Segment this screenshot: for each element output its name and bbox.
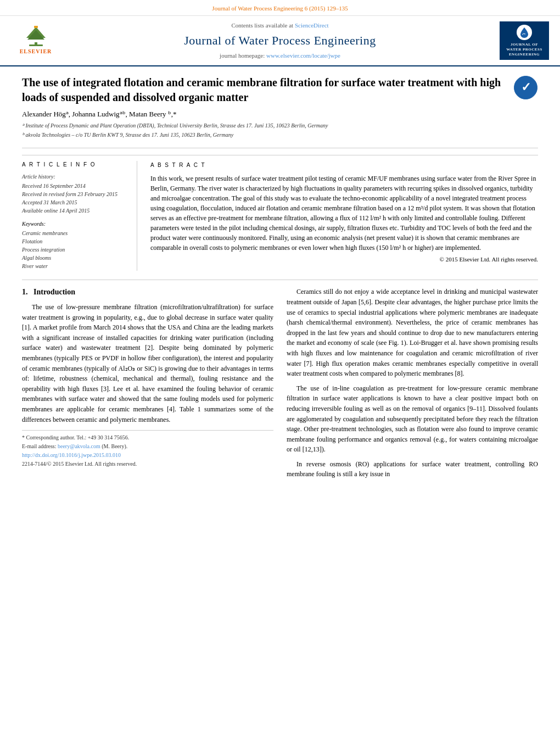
email-link[interactable]: beery@akvola.com	[58, 443, 100, 449]
affiliation-b: ᵇ akvola Technologies – c/o TU Berlin KW…	[22, 131, 507, 139]
intro-title: Introduction	[33, 288, 75, 296]
authors: Alexander Högᵃ, Johanna Ludwigᵃᵇ, Matan …	[22, 109, 507, 119]
sciencedirect-link[interactable]: ScienceDirect	[295, 22, 329, 29]
footnote-area: * Corresponding author. Tel.: +49 30 314…	[22, 430, 273, 468]
intro-number: 1.	[22, 288, 28, 296]
logo-text: JOURNAL OFWATER PROCESSENGINEERING	[506, 42, 542, 57]
keyword-4: Algal blooms	[22, 254, 128, 262]
keyword-2: Flotation	[22, 238, 128, 246]
journal-logo-icon	[517, 25, 532, 40]
email-label: E-mail address:	[22, 443, 56, 449]
crossmark-icon: ✓	[513, 75, 538, 100]
keywords-list: Ceramic membranes Flotation Process inte…	[22, 230, 128, 270]
abstract-text: In this work, we present results of surf…	[150, 174, 538, 253]
intro-para-4: In reverse osmosis (RO) applications for…	[287, 459, 538, 479]
contents-line: Contents lists available at ScienceDirec…	[60, 21, 500, 30]
article-info-heading: A R T I C L E I N F O	[22, 161, 128, 169]
keywords-heading: Keywords:	[22, 220, 128, 228]
body-right-col: Ceramics still do not enjoy a wide accep…	[287, 287, 538, 484]
affiliation-a: ᵃ Institute of Process Dynamic and Plant…	[22, 121, 507, 130]
article-title-text: The use of integrated flotation and cera…	[22, 75, 507, 143]
intro-para-1: The use of low-pressure membrane filtrat…	[22, 302, 273, 425]
water-drop-icon	[518, 26, 530, 38]
elsevier-label: ELSEVIER	[20, 48, 52, 55]
top-bar: Journal of Water Process Engineering 6 (…	[0, 0, 560, 16]
article-info-col: A R T I C L E I N F O Article history: R…	[22, 161, 137, 271]
article-title: The use of integrated flotation and cera…	[22, 75, 507, 105]
revised-date: Received in revised form 23 February 201…	[22, 191, 128, 198]
body-left-col: 1. Introduction The use of low-pressure …	[22, 287, 273, 484]
journal-homepage: journal homepage: www.elsevier.com/locat…	[60, 52, 500, 60]
article-title-section: The use of integrated flotation and cera…	[22, 75, 538, 148]
available-date: Available online 14 April 2015	[22, 207, 128, 215]
accepted-date: Accepted 31 March 2015	[22, 199, 128, 207]
article-info-abstract: A R T I C L E I N F O Article history: R…	[22, 155, 538, 271]
keyword-1: Ceramic membranes	[22, 230, 128, 237]
doi-link: http://dx.doi.org/10.1016/j.jwpe.2015.03…	[22, 451, 273, 459]
copyright: © 2015 Elsevier Ltd. All rights reserved…	[150, 255, 538, 264]
article-history: Article history: Received 16 September 2…	[22, 173, 128, 215]
abstract-col: A B S T R A C T In this work, we present…	[150, 161, 538, 271]
svg-text:✓: ✓	[521, 80, 531, 94]
intro-heading: 1. Introduction	[22, 287, 273, 298]
affiliations: ᵃ Institute of Process Dynamic and Plant…	[22, 121, 507, 139]
keyword-3: Process integration	[22, 246, 128, 254]
crossmark-logo[interactable]: ✓	[513, 75, 538, 100]
journal-center: Contents lists available at ScienceDirec…	[60, 21, 500, 60]
intro-para-2: Ceramics still do not enjoy a wide accep…	[287, 287, 538, 378]
corresponding-author-note: * Corresponding author. Tel.: +49 30 314…	[22, 434, 273, 442]
abstract-heading: A B S T R A C T	[150, 161, 538, 169]
journal-header: ELSEVIER Contents lists available at Sci…	[0, 16, 560, 66]
doi-anchor[interactable]: http://dx.doi.org/10.1016/j.jwpe.2015.03…	[22, 452, 121, 458]
received-date: Received 16 September 2014	[22, 182, 128, 190]
elsevier-logo: ELSEVIER	[11, 24, 60, 57]
journal-citation-link[interactable]: Journal of Water Process Engineering 6 (…	[212, 5, 348, 12]
journal-title: Journal of Water Process Engineering	[60, 32, 500, 49]
main-content: The use of integrated flotation and cera…	[0, 66, 560, 495]
homepage-label: journal homepage:	[220, 52, 265, 59]
keywords-section: Keywords: Ceramic membranes Flotation Pr…	[22, 220, 128, 270]
elsevier-tree-icon	[21, 26, 51, 47]
intro-para-3: The use of in-line coagulation as pre-tr…	[287, 383, 538, 455]
homepage-link[interactable]: www.elsevier.com/locate/jwpe	[266, 52, 340, 59]
svg-rect-3	[34, 26, 38, 28]
contents-label: Contents lists available at	[231, 22, 293, 29]
history-title: Article history:	[22, 173, 128, 181]
svg-rect-4	[29, 44, 43, 46]
rights-text: 2214-7144/© 2015 Elsevier Ltd. All right…	[22, 460, 273, 468]
body-section: 1. Introduction The use of low-pressure …	[22, 280, 538, 484]
email-note: E-mail address: beery@akvola.com (M. Bee…	[22, 443, 273, 450]
email-name: (M. Beery).	[102, 443, 127, 449]
keyword-5: River water	[22, 263, 128, 270]
journal-logo-right: JOURNAL OFWATER PROCESSENGINEERING	[500, 21, 549, 60]
